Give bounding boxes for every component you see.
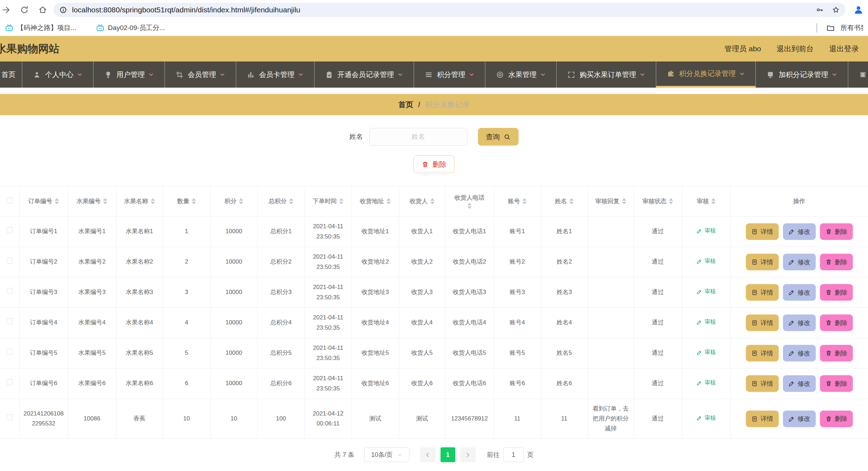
row-checkbox[interactable] [7,288,13,294]
column-header[interactable]: 审核回复 [588,186,634,217]
sort-carets[interactable] [711,198,716,204]
nav-item-home[interactable]: 首页 [0,61,22,88]
sort-carets[interactable] [239,198,243,204]
nav-item-4[interactable]: 会员卡管理 [236,61,315,88]
column-header[interactable]: 账号 [494,186,541,217]
column-header[interactable]: 审核状态 [634,186,682,217]
nav-item-8[interactable]: 购买水果订单管理 [557,61,656,88]
column-header[interactable]: 水果编号 [68,186,116,217]
row-checkbox[interactable] [7,349,13,355]
sort-carets[interactable] [387,198,391,204]
edit-button[interactable]: 修改 [783,223,816,240]
select-all-checkbox[interactable] [7,198,13,204]
sort-carets[interactable] [339,198,343,204]
query-button[interactable]: 查询 [478,128,519,146]
audit-link[interactable]: 审核 [696,257,716,266]
audit-link[interactable]: 审核 [696,317,716,326]
detail-button[interactable]: 详情 [746,411,779,427]
front-desk-link[interactable]: 退出到前台 [777,44,814,54]
nav-item-10[interactable]: 加积分记录管理 [756,61,848,88]
nav-item-1[interactable]: 个人中心 [22,61,94,88]
nav-item-3[interactable]: 会员管理 [165,61,236,88]
detail-button[interactable]: 详情 [746,284,779,301]
row-checkbox[interactable] [7,258,13,264]
detail-button[interactable]: 详情 [746,254,779,270]
column-header[interactable]: 积分 [210,186,257,217]
nav-item-2[interactable]: 用户管理 [94,61,165,88]
detail-button[interactable]: 详情 [746,314,779,331]
url-bar[interactable]: localhost:8080/springboot51rqt/admin/dis… [54,3,845,17]
page-size-select[interactable]: 10条/页 [364,447,409,462]
star-icon[interactable] [832,6,840,14]
audit-link[interactable]: 审核 [696,348,716,357]
bookmark-item[interactable]: Day02-09-员工分... [96,23,165,33]
row-checkbox[interactable] [7,379,13,385]
column-header[interactable]: 下单时间 [305,186,352,217]
all-bookmarks-button[interactable]: 所有书签 [816,23,863,33]
prev-page-button[interactable] [420,447,436,462]
nav-item-6[interactable]: 积分管理 [414,61,485,88]
avatar[interactable] [852,4,864,16]
column-header[interactable]: 收货地址 [352,186,399,217]
delete-button[interactable]: 删除 [820,254,853,270]
column-header[interactable]: 收货人电话 [445,186,494,217]
edit-button[interactable]: 修改 [783,284,816,301]
page-number-button[interactable]: 1 [441,447,455,462]
sort-carets[interactable] [622,198,626,204]
sort-carets[interactable] [569,198,574,204]
delete-button[interactable]: 删除 [820,284,853,301]
nav-item-5[interactable]: 开通会员记录管理 [315,61,414,88]
delete-selected-button[interactable]: 删除 [413,155,455,173]
nav-item-11[interactable]: 减积分记录管理 [848,61,868,88]
sort-carets[interactable] [151,198,155,204]
delete-button[interactable]: 删除 [820,345,853,361]
column-header[interactable]: 审核 [682,186,730,217]
column-header[interactable]: 订单编号 [19,186,68,217]
edit-button[interactable]: 修改 [783,314,816,331]
bookmark-item[interactable]: 【码神之路】项目... [5,23,76,33]
column-header[interactable]: 姓名 [541,186,588,217]
name-search-input[interactable] [369,128,467,146]
sort-carets[interactable] [192,198,196,204]
url-text[interactable]: localhost:8080/springboot51rqt/admin/dis… [72,6,816,14]
edit-button[interactable]: 修改 [783,254,816,270]
breadcrumb-home[interactable]: 首页 [399,100,413,110]
detail-button[interactable]: 详情 [746,345,779,361]
edit-button[interactable]: 修改 [783,375,816,392]
detail-button[interactable]: 详情 [746,375,779,392]
row-checkbox[interactable] [7,414,13,420]
column-header[interactable]: 水果名称 [116,186,163,217]
goto-page-input[interactable] [503,447,524,462]
sort-carets[interactable] [669,198,673,204]
sort-carets[interactable] [289,198,293,204]
sort-carets[interactable] [55,198,59,204]
sort-carets[interactable] [103,198,107,204]
column-header[interactable]: 收货人 [399,186,445,217]
row-checkbox[interactable] [7,318,13,324]
detail-button[interactable]: 详情 [746,223,779,240]
sort-carets[interactable] [522,198,527,204]
reload-icon[interactable] [20,5,29,14]
delete-button[interactable]: 删除 [820,375,853,392]
sort-carets[interactable] [467,203,472,209]
sort-carets[interactable] [430,198,435,204]
delete-button[interactable]: 删除 [820,411,853,427]
next-page-button[interactable] [460,447,476,462]
audit-link[interactable]: 审核 [696,378,716,387]
column-header[interactable]: 总积分 [257,186,305,217]
nav-item-7[interactable]: 水果管理 [485,61,557,88]
key-icon[interactable] [816,6,824,14]
forward-icon[interactable] [1,5,11,14]
row-checkbox[interactable] [7,227,13,233]
home-icon[interactable] [38,5,47,14]
audit-link[interactable]: 审核 [696,287,716,296]
column-header[interactable]: 数量 [163,186,210,217]
nav-item-9[interactable]: 积分兑换记录管理 [656,61,756,88]
logout-link[interactable]: 退出登录 [829,44,859,54]
audit-link[interactable]: 审核 [696,413,716,423]
delete-button[interactable]: 删除 [820,314,853,331]
audit-link[interactable]: 审核 [696,226,716,235]
info-icon[interactable] [59,6,67,14]
edit-button[interactable]: 修改 [783,411,816,427]
edit-button[interactable]: 修改 [783,345,816,361]
